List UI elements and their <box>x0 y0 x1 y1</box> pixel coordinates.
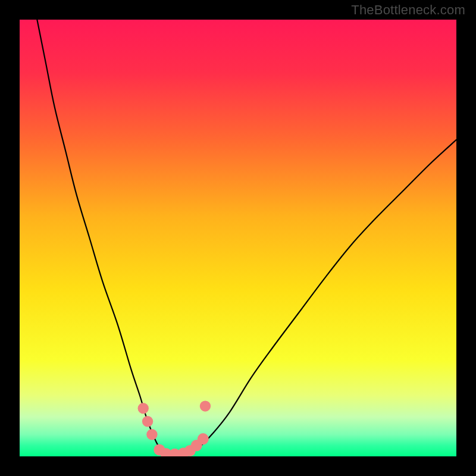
marker-dot <box>200 400 211 411</box>
plot-area <box>20 20 456 456</box>
data-markers <box>20 20 456 456</box>
marker-dot <box>146 429 157 440</box>
marker-dot <box>142 416 153 427</box>
marker-dot <box>198 433 209 444</box>
watermark-text: TheBottleneck.com <box>351 2 465 18</box>
marker-dot <box>138 403 149 414</box>
chart-container: TheBottleneck.com <box>0 0 476 476</box>
